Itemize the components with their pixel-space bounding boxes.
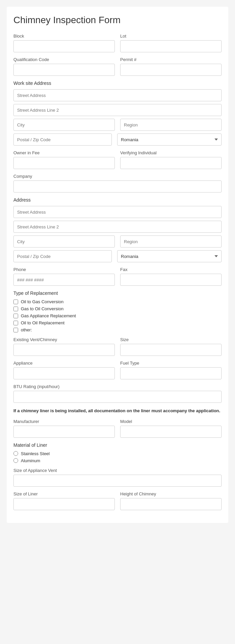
oil-to-oil-checkbox[interactable] <box>13 321 18 325</box>
aluminum-label: Aluminum <box>21 458 40 463</box>
model-label: Model <box>120 419 222 424</box>
existing-vent-group: Existing Vent/Chimney <box>13 337 115 356</box>
liner-note-text: If a chimney liner is being installed, a… <box>13 408 220 413</box>
height-of-chimney-group: Height of Chimney <box>120 491 222 510</box>
stainless-steel-radio[interactable] <box>13 451 18 456</box>
worksite-city-input[interactable] <box>13 119 115 131</box>
lot-group: Lot <box>120 34 222 52</box>
lot-label: Lot <box>120 34 222 39</box>
company-input[interactable] <box>13 180 222 193</box>
stainless-steel-label: Stainless Steel <box>21 451 50 456</box>
owner-verifying-row: Owner in Fee Verifying Individual <box>13 150 222 169</box>
phone-input[interactable] <box>13 274 115 286</box>
address-section-label: Address <box>13 197 222 203</box>
model-group: Model <box>120 419 222 438</box>
checkbox-gas-to-oil: Gas to Oil Conversion <box>13 306 222 311</box>
permit-input[interactable] <box>120 64 222 76</box>
address-postal-country-row: Romania United States United Kingdom Ger… <box>13 250 222 262</box>
btu-row: BTU Rating (input/hour) <box>13 384 222 403</box>
permit-group: Permit # <box>120 57 222 76</box>
model-input[interactable] <box>120 426 222 438</box>
worksite-address-section-label: Work site Address <box>13 80 222 86</box>
address-region-input[interactable] <box>120 235 222 248</box>
owner-in-fee-input[interactable] <box>13 157 115 169</box>
worksite-city-region-row <box>13 119 222 131</box>
address-country-select[interactable]: Romania United States United Kingdom Ger… <box>117 250 222 262</box>
company-group: Company <box>13 174 222 193</box>
address-postal-input[interactable] <box>13 250 112 262</box>
checkbox-oil-to-gas: Oil to Gas Conversion <box>13 299 222 304</box>
fax-group: Fax <box>120 267 222 286</box>
checkbox-other: other: <box>13 327 222 332</box>
worksite-country-select[interactable]: Romania United States United Kingdom Ger… <box>117 133 222 146</box>
liner-height-row: Size of Liner Height of Chimney <box>13 491 222 510</box>
oil-to-oil-label: Oil to Oil Replacement <box>21 320 64 325</box>
company-row: Company <box>13 174 222 193</box>
block-label: Block <box>13 34 115 39</box>
fax-label: Fax <box>120 267 222 272</box>
fuel-type-input[interactable] <box>120 367 222 379</box>
qual-permit-row: Qualification Code Permit # <box>13 57 222 76</box>
worksite-street-address-line2-input[interactable] <box>13 104 222 116</box>
gas-to-oil-label: Gas to Oil Conversion <box>21 306 63 311</box>
existing-vent-input[interactable] <box>13 344 115 356</box>
block-group: Block <box>13 34 115 52</box>
address-city-region-row <box>13 235 222 248</box>
oil-to-gas-label: Oil to Gas Conversion <box>21 299 63 304</box>
radio-stainless-steel: Stainless Steel <box>13 451 222 456</box>
company-label: Company <box>13 174 222 179</box>
vent-size-row: Existing Vent/Chimney Size <box>13 337 222 356</box>
address-street-line2-input[interactable] <box>13 221 222 233</box>
aluminum-radio[interactable] <box>13 458 18 463</box>
block-input[interactable] <box>13 40 115 52</box>
address-block: Romania United States United Kingdom Ger… <box>13 206 222 262</box>
phone-label: Phone <box>13 267 115 272</box>
size-of-liner-label: Size of Liner <box>13 491 115 496</box>
manufacturer-label: Manufacturer <box>13 419 115 424</box>
appliance-vent-row: Size of Appliance Vent <box>13 468 222 487</box>
owner-in-fee-group: Owner in Fee <box>13 150 115 169</box>
btu-label: BTU Rating (input/hour) <box>13 384 222 389</box>
fuel-type-group: Fuel Type <box>120 361 222 379</box>
qualification-code-group: Qualification Code <box>13 57 115 76</box>
worksite-postal-country-row: Romania United States United Kingdom Ger… <box>13 133 222 146</box>
fax-input[interactable] <box>120 274 222 286</box>
manufacturer-model-row: Manufacturer Model <box>13 419 222 438</box>
appliance-vent-input[interactable] <box>13 475 222 487</box>
address-street-input[interactable] <box>13 206 222 218</box>
oil-to-gas-checkbox[interactable] <box>13 300 18 304</box>
worksite-region-input[interactable] <box>120 119 222 131</box>
manufacturer-group: Manufacturer <box>13 419 115 438</box>
appliance-vent-label: Size of Appliance Vent <box>13 468 222 473</box>
gas-appliance-checkbox[interactable] <box>13 314 18 318</box>
radio-aluminum: Aluminum <box>13 458 222 463</box>
address-city-input[interactable] <box>13 235 115 248</box>
qualification-code-input[interactable] <box>13 64 115 76</box>
size-of-liner-group: Size of Liner <box>13 491 115 510</box>
form-title: Chimney Inspection Form <box>13 15 222 25</box>
manufacturer-input[interactable] <box>13 426 115 438</box>
existing-vent-label: Existing Vent/Chimney <box>13 337 115 342</box>
appliance-input[interactable] <box>13 367 115 379</box>
gas-to-oil-checkbox[interactable] <box>13 307 18 311</box>
verifying-individual-input[interactable] <box>120 157 222 169</box>
other-checkbox[interactable] <box>13 328 18 332</box>
height-of-chimney-label: Height of Chimney <box>120 491 222 496</box>
owner-in-fee-label: Owner in Fee <box>13 150 115 155</box>
size-input[interactable] <box>120 344 222 356</box>
lot-input[interactable] <box>120 40 222 52</box>
height-of-chimney-input[interactable] <box>120 498 222 510</box>
appliance-group: Appliance <box>13 361 115 379</box>
material-of-liner-label: Material of Liner <box>13 442 222 448</box>
permit-label: Permit # <box>120 57 222 62</box>
btu-input[interactable] <box>13 391 222 403</box>
appliance-vent-group: Size of Appliance Vent <box>13 468 222 487</box>
size-of-liner-input[interactable] <box>13 498 115 510</box>
worksite-postal-input[interactable] <box>13 133 112 146</box>
phone-fax-row: Phone Fax <box>13 267 222 286</box>
block-lot-row: Block Lot <box>13 34 222 52</box>
gas-appliance-label: Gas Appliance Replacement <box>21 313 76 318</box>
size-label: Size <box>120 337 222 342</box>
fuel-type-label: Fuel Type <box>120 361 222 366</box>
worksite-street-address-input[interactable] <box>13 89 222 101</box>
